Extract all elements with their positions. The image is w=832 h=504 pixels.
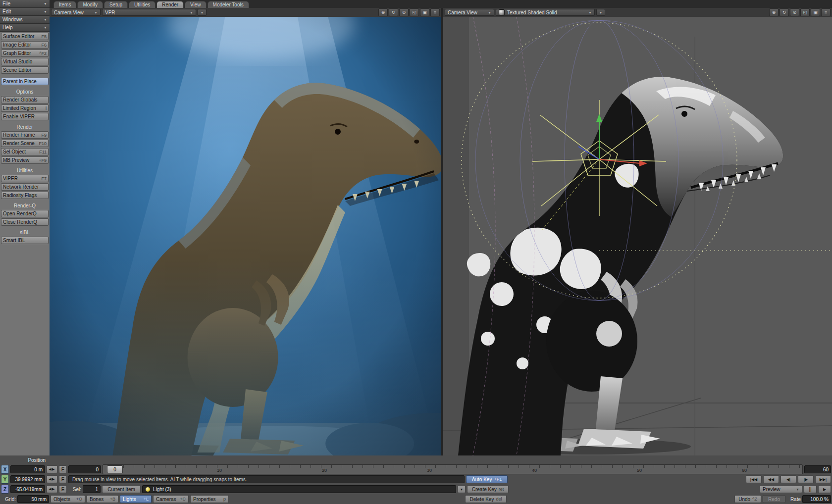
render-frame-button[interactable]: Render Frame F9 (1, 131, 49, 139)
sel-object-button[interactable]: Sel Object F11 (1, 148, 49, 155)
tab-items[interactable]: Items (53, 1, 76, 8)
timeline-ruler[interactable]: 0 10 20 30 40 50 60 0 (103, 464, 803, 474)
current-item-chevron-button[interactable]: ▼ (458, 485, 466, 493)
graph-editor-button[interactable]: Graph Editor ^F2 (1, 50, 49, 57)
mb-preview-button[interactable]: MB Preview +F9 (1, 156, 49, 164)
menu-icon[interactable]: ≡ (821, 8, 831, 16)
pan-icon[interactable]: ⊕ (769, 8, 779, 16)
lightwave-layout-window: File ▼ Edit ▼ Windows ▼ Help ▼ Surface E… (0, 0, 832, 504)
viewport-options-dropdown[interactable]: ▼ (198, 9, 207, 16)
mode-bones-button[interactable]: Bones +B (87, 495, 118, 503)
current-item-row: Z -65.0419mm ◀▶ E Sel: 1 Current Item Li… (0, 484, 832, 494)
zoom-icon[interactable]: ⊙ (399, 8, 409, 16)
button-label: Sel Object (3, 149, 26, 154)
rotate-icon[interactable]: ↻ (780, 8, 789, 16)
menu-file[interactable]: File ▼ (0, 0, 50, 8)
mode-lights-button[interactable]: Lights +L (120, 495, 152, 503)
viewport-left-header: Camera View ▼ VPR ▼ ▼ ⊕ ↻ ⊙ ◱ ▣ ≡ (50, 8, 441, 17)
snapshot-icon[interactable]: ▣ (420, 8, 429, 16)
tick-label: 30 (427, 468, 432, 473)
step-forward-button[interactable]: |▶ (798, 475, 814, 483)
position-x-field[interactable]: 0 m (10, 465, 45, 473)
rate-field[interactable]: 100.0 % (802, 495, 831, 503)
envelope-z-button[interactable]: E (59, 485, 67, 493)
chevron-down-icon: ▼ (44, 26, 47, 29)
position-z-field[interactable]: -65.0419mm (10, 485, 45, 493)
maximize-icon[interactable]: ◱ (410, 8, 419, 16)
render-scene-button[interactable]: Render Scene F10 (1, 140, 49, 147)
shortcut-label: F11 (39, 150, 47, 154)
view-type-dropdown[interactable]: Camera View ▼ (445, 9, 494, 16)
menu-help[interactable]: Help ▼ (0, 24, 50, 32)
step-back-button[interactable]: ◀| (780, 475, 796, 483)
snapshot-icon[interactable]: ▣ (811, 8, 820, 16)
section-title-options: Options (0, 89, 50, 95)
tab-modify[interactable]: Modify (77, 1, 103, 8)
mode-cameras-button[interactable]: Cameras +C (153, 495, 189, 503)
current-frame-field[interactable]: 0 (68, 465, 101, 473)
render-mode-dropdown[interactable]: Textured Shaded Solid ▼ (496, 9, 595, 16)
frame-slider-handle[interactable]: 0 (107, 465, 123, 473)
viewport-right-canvas[interactable] (443, 17, 832, 455)
network-render-button[interactable]: Network Render (1, 183, 49, 191)
shortcut-label: ^F2 (39, 51, 47, 56)
viewport-edge-band (443, 17, 469, 455)
view-type-dropdown[interactable]: Camera View ▼ (51, 9, 101, 16)
mode-objects-button[interactable]: Objects +O (51, 495, 85, 503)
position-y-field[interactable]: 39.9992 mm (10, 475, 45, 483)
image-editor-button[interactable]: Image Editor F6 (1, 41, 49, 49)
button-label: Render Globals (3, 97, 37, 102)
current-item-dropdown[interactable]: Light (3) (142, 485, 456, 493)
chevron-down-icon: ▼ (201, 11, 204, 14)
tab-render[interactable]: Render (156, 1, 184, 8)
surface-editor-button[interactable]: Surface Editor F5 (1, 33, 49, 40)
render-mode-dropdown[interactable]: VPR ▼ (102, 9, 196, 16)
scene-editor-button[interactable]: Scene Editor (1, 66, 49, 74)
delete-key-button[interactable]: Delete Key del (465, 495, 507, 503)
go-to-start-button[interactable]: |◀◀ (746, 475, 762, 483)
properties-button[interactable]: Properties p (190, 495, 229, 503)
current-item-button[interactable]: Current Item (102, 485, 141, 493)
undo-button[interactable]: Undo ^Z (734, 495, 761, 503)
pause-button[interactable]: || (804, 485, 817, 493)
open-renderq-button[interactable]: Open RenderQ (1, 210, 49, 217)
render-globals-button[interactable]: Render Globals (1, 96, 49, 103)
viper-button[interactable]: VIPER F7 (1, 175, 49, 182)
viewport-options-dropdown[interactable]: ▼ (596, 9, 605, 16)
smart-ibl-button[interactable]: Smart IBL (1, 237, 49, 244)
limited-region-button[interactable]: Limited Region l (1, 104, 49, 112)
position-y-spinner[interactable]: ◀▶ (47, 475, 57, 483)
previous-key-button[interactable]: ◀◀ (763, 475, 779, 483)
play-button[interactable]: ▶ (818, 485, 831, 493)
end-frame-field[interactable]: 60 (804, 465, 831, 473)
menu-icon[interactable]: ≡ (430, 8, 440, 16)
envelope-x-button[interactable]: E (59, 465, 67, 473)
create-key-button[interactable]: Create Key ret (467, 485, 509, 493)
tab-view[interactable]: View (185, 1, 207, 8)
grid-size-field[interactable]: 50 mm (17, 495, 49, 503)
auto-key-button[interactable]: Auto Key +F1 (466, 475, 508, 483)
envelope-y-button[interactable]: E (59, 475, 67, 483)
viewport-left-canvas[interactable] (50, 17, 441, 455)
maximize-icon[interactable]: ◱ (800, 8, 810, 16)
virtual-studio-button[interactable]: Virtual Studio (1, 58, 49, 65)
go-to-end-button[interactable]: ▶▶| (815, 475, 831, 483)
tab-utilities[interactable]: Utilities (129, 1, 156, 8)
position-x-spinner[interactable]: ◀▶ (47, 465, 57, 473)
radiosity-flags-button[interactable]: Radiosity Flags (1, 192, 49, 199)
zoom-icon[interactable]: ⊙ (790, 8, 799, 16)
position-z-spinner[interactable]: ◀▶ (47, 485, 57, 493)
section-title-render: Render (0, 124, 50, 130)
tab-modeler-tools[interactable]: Modeler Tools (208, 1, 249, 8)
tab-setup[interactable]: Setup (104, 1, 128, 8)
enable-viper-button[interactable]: Enable VIPER (1, 113, 49, 120)
menu-windows[interactable]: Windows ▼ (0, 16, 50, 24)
rotate-icon[interactable]: ↻ (389, 8, 398, 16)
redo-button[interactable]: Redo (763, 495, 785, 503)
pan-icon[interactable]: ⊕ (378, 8, 388, 16)
menu-edit[interactable]: Edit ▼ (0, 8, 50, 16)
close-renderq-button[interactable]: Close RenderQ (1, 218, 49, 226)
preview-dropdown[interactable]: Preview ▼ (760, 485, 802, 493)
parent-in-place-button[interactable]: Parent in Place (1, 78, 49, 85)
chevron-down-icon: ▼ (44, 10, 47, 13)
